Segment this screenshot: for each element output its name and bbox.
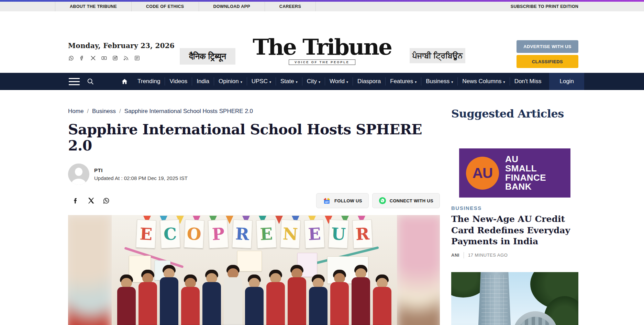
child-figure	[138, 270, 157, 325]
nav-state[interactable]: State▾	[276, 77, 302, 86]
masthead[interactable]: The Tribune VOICE OF THE PEOPLE	[253, 36, 391, 65]
child-figure	[373, 274, 392, 325]
nav-world[interactable]: World▾	[325, 77, 353, 86]
breadcrumb-business[interactable]: Business	[92, 108, 116, 115]
chevron-down-icon: ▾	[503, 80, 505, 84]
chevron-down-icon: ▾	[241, 80, 242, 84]
nav-upsc[interactable]: UPSC▾	[247, 77, 276, 86]
search-icon[interactable]	[87, 78, 94, 85]
menu-icon[interactable]	[69, 78, 80, 85]
follow-buttons: G FOLLOW US CONNECT WITH US	[316, 193, 440, 208]
banner-letter: R	[352, 220, 373, 248]
dainik-tribune-logo[interactable]: दैनिक ट्रिब्यून	[180, 48, 235, 65]
punjabi-tribune-logo[interactable]: ਪੰਜਾਬੀ ਟ੍ਰਿਬਿਊਨ	[410, 48, 465, 63]
nav-trending[interactable]: Trending	[133, 77, 165, 86]
nav-features[interactable]: Features▾	[385, 77, 421, 86]
instagram-icon[interactable]	[112, 55, 118, 61]
link-code-of-ethics[interactable]: CODE OF ETHICS	[132, 2, 199, 11]
nav-news-columns[interactable]: News Columns▾	[457, 77, 509, 86]
child-figure	[159, 265, 179, 325]
chevron-down-icon: ▾	[415, 80, 417, 84]
link-about-the-tribune[interactable]: ABOUT THE TRIBUNE	[55, 2, 132, 11]
suggested-category[interactable]: BUSINESS	[451, 205, 578, 211]
site-header: Monday, February 23, 2026 दैनिक ट्रिब्यू…	[0, 11, 644, 73]
hero-blur-left	[68, 215, 111, 325]
child-figure	[245, 274, 264, 325]
advertise-button[interactable]: ADVERTISE WITH US	[517, 40, 578, 53]
link-download-app[interactable]: DOWNLOAD APP	[199, 2, 265, 11]
banner-letter: P	[208, 220, 229, 248]
child-figure	[266, 270, 285, 325]
suggested-article-title[interactable]: The New-Age AU Credit Card Redefines Eve…	[451, 214, 578, 247]
breadcrumb-separator: /	[87, 108, 89, 115]
facebook-icon[interactable]	[79, 55, 85, 61]
link-careers[interactable]: CAREERS	[265, 2, 316, 11]
suggested-article-meta: ANI 17 MINUTES AGO	[451, 252, 578, 258]
news-icon[interactable]	[134, 55, 140, 61]
breadcrumb-home[interactable]: Home	[68, 108, 84, 115]
child-figure	[202, 270, 221, 325]
author-name: PTI	[94, 167, 188, 173]
social-icon-row	[68, 55, 140, 61]
main-navbar: Trending Videos India Opinion▾ UPSC▾ Sta…	[0, 73, 644, 90]
login-button[interactable]: Login	[549, 73, 584, 90]
x-icon[interactable]	[90, 55, 96, 61]
whatsapp-icon[interactable]	[68, 55, 74, 61]
masthead-tagline: VOICE OF THE PEOPLE	[289, 59, 355, 65]
au-bank-ad[interactable]: AU AU SMALL FINANCE BANK	[459, 148, 570, 198]
follow-us-button[interactable]: G FOLLOW US	[316, 193, 369, 208]
updated-timestamp: Updated At : 02:08 PM Dec 19, 2025 IST	[94, 175, 188, 181]
x-share-icon[interactable]	[87, 197, 95, 204]
rss-icon[interactable]	[123, 55, 129, 61]
utility-links: ABOUT THE TRIBUNE CODE OF ETHICS DOWNLOA…	[55, 2, 316, 11]
article-time: 17 MINUTES AGO	[468, 253, 508, 258]
whatsapp-green-icon	[379, 197, 386, 204]
hero-children	[112, 265, 397, 325]
chevron-down-icon: ▾	[296, 80, 298, 84]
classifieds-button[interactable]: CLASSIFIEDS	[517, 55, 578, 68]
breadcrumb-current: Sapphire International School Hosts SPHE…	[124, 108, 253, 115]
share-icons	[68, 197, 110, 204]
chevron-down-icon: ▾	[451, 80, 453, 84]
whatsapp-share-icon[interactable]	[102, 197, 110, 204]
svg-text:G: G	[325, 201, 327, 204]
suggested-article-image[interactable]	[451, 272, 578, 325]
child-figure	[309, 274, 328, 325]
banner-letter: O	[184, 220, 204, 248]
child-figure	[351, 265, 370, 325]
nav-india[interactable]: India	[192, 77, 214, 86]
google-news-icon: G	[323, 197, 331, 204]
child-figure	[117, 274, 136, 325]
link-subscribe-print[interactable]: SUBSCRIBE TO PRINT EDITION	[511, 2, 578, 11]
meta-divider	[464, 252, 464, 258]
connect-with-us-button[interactable]: CONNECT WITH US	[372, 193, 440, 208]
nav-opinion[interactable]: Opinion▾	[214, 77, 247, 86]
header-buttons: ADVERTISE WITH US CLASSIFIEDS	[517, 40, 578, 68]
hero-banner-letters: ECOPRENEUR	[112, 220, 397, 248]
child-figure	[181, 274, 200, 325]
page-title: Sapphire International School Hosts SPHE…	[68, 122, 440, 154]
nav-videos[interactable]: Videos	[165, 77, 192, 86]
page-content: Home / Business / Sapphire International…	[0, 90, 644, 325]
au-ad-text: AU SMALL FINANCE BANK	[505, 155, 546, 191]
nav-business[interactable]: Business▾	[421, 77, 457, 86]
banner-letter: C	[160, 220, 180, 248]
hero-photo: ECOPRENEUR	[112, 215, 397, 325]
child-figure	[223, 265, 243, 325]
nav-dont-miss[interactable]: Don't Miss	[510, 77, 546, 86]
home-icon[interactable]	[121, 78, 128, 85]
nav-diaspora[interactable]: Diaspora	[353, 77, 385, 86]
au-logo-circle: AU	[466, 157, 499, 190]
article-hero-image: ECOPRENEUR	[68, 215, 440, 325]
banner-letter: U	[328, 220, 349, 248]
utility-bar: ABOUT THE TRIBUNE CODE OF ETHICS DOWNLOA…	[0, 2, 644, 11]
youtube-icon[interactable]	[101, 55, 107, 61]
nav-city[interactable]: City▾	[302, 77, 325, 86]
child-figure	[330, 270, 349, 325]
banner-letter: E	[304, 220, 325, 248]
share-row: G FOLLOW US CONNECT WITH US	[68, 193, 440, 208]
suggested-articles-sidebar: Suggested Articles AU AU SMALL FINANCE B…	[451, 90, 578, 325]
facebook-share-icon[interactable]	[72, 197, 80, 204]
chevron-down-icon: ▾	[346, 80, 348, 84]
chevron-down-icon: ▾	[319, 80, 320, 84]
